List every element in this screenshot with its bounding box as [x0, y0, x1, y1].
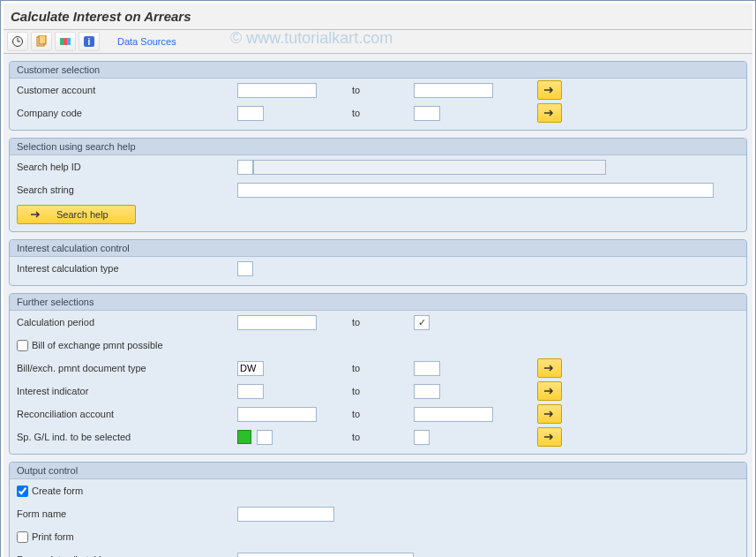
toolbar: i Data Sources — [4, 30, 752, 54]
company-code-to[interactable] — [414, 106, 440, 121]
print-form-checkbox[interactable] — [17, 531, 28, 543]
label-customer-account: Customer account — [17, 85, 237, 95]
group-title: Selection using search help — [10, 139, 746, 155]
multi-select-button[interactable] — [537, 381, 562, 401]
label-company-code: Company code — [17, 108, 237, 118]
label-interest-calc-type: Interest calculation type — [17, 263, 237, 274]
label-interest-indicator: Interest indicator — [17, 386, 237, 396]
spgl-from[interactable] — [257, 430, 273, 445]
label-doc-type: Bill/exch. pmnt document type — [17, 363, 237, 373]
multi-select-button[interactable] — [537, 358, 562, 378]
page-title: Calculate Interest on Arrears — [4, 4, 752, 30]
label-search-string: Search string — [17, 184, 237, 195]
to-label: to — [352, 85, 414, 95]
multi-select-button[interactable] — [537, 427, 562, 447]
doc-type-to[interactable] — [414, 361, 440, 376]
label-create-form: Create form — [32, 485, 83, 496]
group-interest-control: Interest calculation control Interest ca… — [9, 239, 747, 286]
label-search-help-id: Search help ID — [17, 162, 237, 172]
group-further-selections: Further selections Calculation period to… — [9, 293, 747, 455]
search-help-id-code[interactable] — [237, 160, 253, 175]
to-label: to — [352, 363, 414, 373]
calc-period-to-check[interactable]: ✓ — [414, 315, 430, 330]
search-help-button-label: Search help — [56, 209, 109, 220]
spgl-to[interactable] — [414, 430, 430, 445]
search-help-button[interactable]: Search help — [17, 205, 136, 224]
interest-indicator-to[interactable] — [414, 384, 440, 399]
doc-type-from[interactable] — [237, 361, 264, 376]
customer-account-from[interactable] — [237, 83, 317, 98]
customer-account-to[interactable] — [414, 83, 493, 98]
svg-rect-6 — [64, 38, 67, 45]
content-area: Customer selection Customer account to C… — [4, 54, 752, 557]
to-label: to — [352, 386, 414, 396]
multi-select-button[interactable] — [537, 80, 562, 100]
svg-rect-4 — [39, 35, 46, 44]
svg-text:i: i — [88, 37, 91, 47]
to-label: to — [352, 409, 414, 419]
include-indicator-icon — [237, 430, 251, 444]
label-form-name: Form name — [17, 508, 237, 519]
multi-select-button[interactable] — [537, 404, 562, 424]
data-sources-link[interactable]: Data Sources — [110, 36, 183, 47]
calc-period-from[interactable] — [237, 315, 317, 330]
search-string-input[interactable] — [237, 183, 714, 198]
toggle-button[interactable] — [55, 32, 76, 51]
group-customer-selection: Customer selection Customer account to C… — [9, 61, 747, 131]
form-printer-input[interactable] — [237, 553, 414, 558]
group-output-control: Output control Create form Form name Pri… — [9, 462, 747, 557]
label-print-form: Print form — [32, 531, 74, 542]
company-code-from[interactable] — [237, 106, 264, 121]
execute-button[interactable] — [7, 32, 28, 51]
group-title: Interest calculation control — [10, 240, 746, 257]
group-title: Customer selection — [10, 62, 746, 79]
arrow-right-icon — [30, 210, 42, 219]
group-search-help: Selection using search help Search help … — [9, 138, 747, 232]
label-spgl: Sp. G/L ind. to be selected — [17, 432, 237, 442]
label-calc-period: Calculation period — [17, 317, 237, 327]
group-title: Further selections — [10, 294, 746, 311]
reconciliation-to[interactable] — [414, 407, 493, 422]
boe-checkbox[interactable] — [17, 340, 28, 351]
interest-indicator-from[interactable] — [237, 384, 264, 399]
form-name-input[interactable] — [237, 507, 334, 522]
info-button[interactable]: i — [79, 32, 100, 51]
to-label: to — [352, 432, 414, 442]
interest-calc-type-input[interactable] — [237, 261, 253, 276]
to-label: to — [352, 108, 414, 118]
create-form-checkbox[interactable] — [17, 485, 28, 497]
label-reconciliation-account: Reconciliation account — [17, 409, 237, 419]
svg-rect-7 — [67, 38, 71, 45]
svg-rect-5 — [60, 38, 64, 45]
multi-select-button[interactable] — [537, 103, 562, 123]
reconciliation-from[interactable] — [237, 407, 317, 422]
group-title: Output control — [10, 463, 746, 479]
to-label: to — [352, 317, 414, 327]
app-window: Calculate Interest on Arrears i Data Sou… — [0, 0, 756, 557]
search-help-id-desc[interactable] — [253, 160, 606, 175]
variant-button[interactable] — [31, 32, 52, 51]
label-boe: Bill of exchange pmnt possible — [32, 340, 163, 350]
